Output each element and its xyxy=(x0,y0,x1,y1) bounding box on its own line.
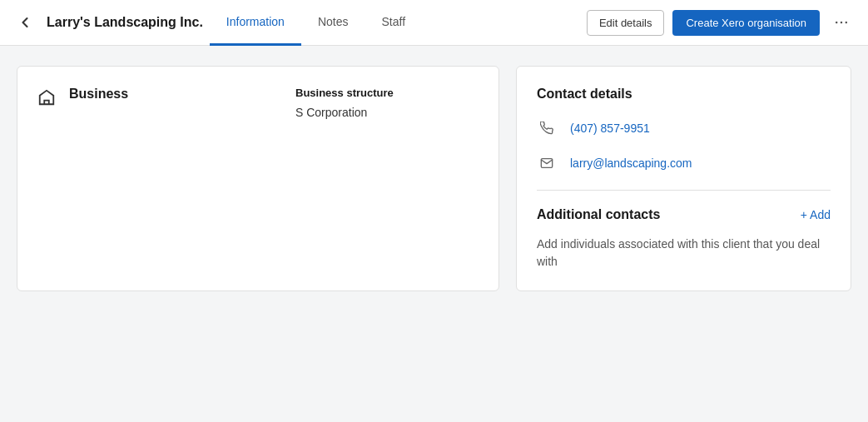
business-card: Business Business structure S Corporatio… xyxy=(17,66,499,291)
header-left: Larry's Landscaping Inc. xyxy=(13,11,203,34)
contact-details-title: Contact details xyxy=(537,87,831,102)
business-icon xyxy=(37,88,56,112)
header-actions: Edit details Create Xero organisation xyxy=(587,10,855,36)
contact-card: Contact details (407) 857-9951 larry@lan… xyxy=(516,66,851,291)
back-button[interactable] xyxy=(13,11,37,34)
email-link[interactable]: larry@landscaping.com xyxy=(570,156,692,170)
more-options-button[interactable] xyxy=(828,11,855,34)
business-structure-label: Business structure xyxy=(295,87,479,99)
business-label: Business xyxy=(69,87,128,102)
business-section: Business Business structure S Corporatio… xyxy=(37,87,479,119)
svg-point-0 xyxy=(836,22,838,24)
business-details: Business structure S Corporation xyxy=(295,87,479,119)
nav-tabs: Information Notes Staff xyxy=(210,0,422,45)
add-contact-link[interactable]: + Add xyxy=(801,208,831,221)
email-icon xyxy=(537,153,557,173)
create-xero-button[interactable]: Create Xero organisation xyxy=(672,10,820,36)
additional-contacts-header: Additional contacts + Add xyxy=(537,207,831,222)
tab-notes[interactable]: Notes xyxy=(301,0,365,46)
additional-contacts-desc: Add individuals associated with this cli… xyxy=(537,236,831,271)
svg-point-2 xyxy=(846,22,848,24)
company-name: Larry's Landscaping Inc. xyxy=(47,15,203,30)
main-content: Business Business structure S Corporatio… xyxy=(0,46,868,311)
phone-row: (407) 857-9951 xyxy=(537,118,831,138)
tab-information[interactable]: Information xyxy=(210,0,301,46)
header: Larry's Landscaping Inc. Information Not… xyxy=(0,0,868,46)
email-row: larry@landscaping.com xyxy=(537,153,831,173)
svg-point-1 xyxy=(841,22,843,24)
edit-details-button[interactable]: Edit details xyxy=(587,10,665,36)
divider xyxy=(537,190,831,191)
business-structure-value: S Corporation xyxy=(295,106,479,119)
phone-icon xyxy=(537,118,557,138)
tab-staff[interactable]: Staff xyxy=(365,0,422,46)
additional-contacts-title: Additional contacts xyxy=(537,207,660,222)
phone-link[interactable]: (407) 857-9951 xyxy=(570,122,650,135)
